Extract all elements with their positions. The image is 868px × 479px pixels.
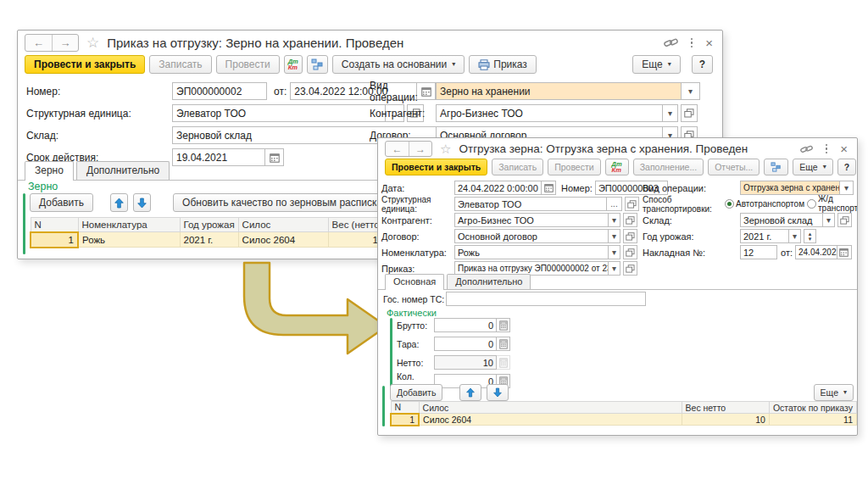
open-button[interactable] [623, 229, 637, 243]
dropdown-button[interactable]: ▾ [609, 229, 620, 243]
more-button[interactable]: Еще▾ [793, 159, 832, 175]
post-button[interactable]: Провести [216, 55, 280, 74]
calculator-button[interactable] [497, 318, 510, 332]
open-button[interactable] [681, 104, 698, 122]
cell-harvest-year[interactable]: 2021 г. [180, 232, 238, 248]
open-button[interactable] [623, 213, 637, 227]
cell-order-balance[interactable]: 11 [769, 414, 856, 426]
favorite-star-icon[interactable]: ☆ [86, 36, 99, 50]
tab-grain[interactable]: Зерно [25, 161, 74, 181]
add-row-button[interactable]: Добавить [390, 384, 442, 401]
cell-silo[interactable]: Силос 2604 [238, 232, 328, 248]
col-net-weight[interactable]: Вес нетто [682, 402, 769, 414]
move-down-button[interactable] [133, 193, 151, 212]
dropdown-button[interactable]: ▾ [682, 82, 700, 100]
fill-button[interactable]: Заполнение... [633, 159, 704, 175]
add-row-button[interactable]: Добавить [30, 193, 93, 212]
close-icon[interactable]: × [705, 36, 713, 49]
number-stepper[interactable]: ▴▾ [804, 229, 816, 243]
gross-input[interactable]: 0 [434, 318, 497, 332]
cell-item[interactable]: Рожь [78, 232, 180, 248]
move-up-button[interactable] [459, 384, 481, 401]
calendar-button[interactable] [837, 245, 852, 259]
save-button[interactable]: Записать [149, 55, 211, 74]
tab-additional[interactable]: Дополнительно [76, 161, 170, 180]
dropdown-button[interactable]: ▾ [840, 181, 854, 195]
operation-input[interactable]: Отгрузка зерна с хранения [740, 181, 840, 195]
cell-silo[interactable]: Силос 2604 [419, 414, 682, 426]
back-button[interactable]: ← [25, 35, 52, 51]
link-icon[interactable] [800, 144, 813, 154]
post-button[interactable]: Провести [548, 159, 600, 175]
tare-input[interactable]: 0 [434, 337, 497, 351]
table-row: 1 Силос 2604 10 11 [391, 414, 857, 426]
calculator-button[interactable] [497, 337, 510, 351]
item-input[interactable]: Рожь [454, 245, 609, 259]
col-silo[interactable]: Силос [238, 218, 328, 232]
net-input[interactable]: 10 [434, 355, 497, 370]
number-input[interactable]: ЭП000000002 [172, 82, 267, 100]
dropdown-button[interactable]: ▾ [609, 245, 620, 259]
cell-net-weight[interactable]: 10 [682, 414, 769, 426]
move-up-button[interactable] [110, 193, 128, 212]
contract-input[interactable]: Основной договор [454, 229, 609, 243]
dropdown-button[interactable]: ▾ [789, 229, 801, 243]
cell-n[interactable]: 1 [31, 232, 78, 248]
dropdown-button[interactable]: ▾ [663, 104, 678, 122]
cell-n[interactable]: 1 [391, 414, 419, 426]
help-button[interactable]: ? [837, 159, 856, 175]
save-button[interactable]: Записать [492, 159, 543, 175]
create-based-on-button[interactable]: Создать на основании▾ [332, 55, 465, 74]
close-icon[interactable]: × [840, 142, 848, 155]
col-n[interactable]: N [391, 402, 419, 414]
open-button[interactable] [837, 213, 852, 227]
calendar-button[interactable] [542, 181, 556, 195]
unit-input[interactable]: Элеватор ТОО [454, 197, 607, 211]
more-button[interactable]: Еще▾ [814, 384, 854, 401]
print-order-button[interactable]: Приказ [469, 55, 537, 74]
dt-kt-button[interactable]: ДтКт [284, 55, 303, 74]
harvest-year-input[interactable]: 2021 г. [740, 229, 789, 243]
operation-input[interactable]: Зерно на хранении [436, 82, 682, 100]
help-button[interactable]: ? [692, 55, 713, 74]
col-silo[interactable]: Силос [419, 402, 682, 414]
document-structure-button[interactable] [764, 159, 788, 175]
link-icon[interactable] [664, 37, 678, 48]
counterparty-input[interactable]: Агро-Бизнес ТОО [454, 213, 609, 227]
counterparty-input[interactable]: Агро-Бизнес ТОО [436, 104, 663, 122]
dropdown-button[interactable]: ▾ [823, 213, 835, 227]
chevron-down-icon: ▾ [826, 215, 831, 225]
radio-rail-transport[interactable] [807, 199, 816, 209]
refresh-quality-button[interactable]: Обновить качество по зерновым распискам [173, 193, 398, 212]
forward-button[interactable]: → [409, 142, 431, 156]
invoice-number-input[interactable]: 12 [740, 245, 777, 259]
col-n[interactable]: N [31, 218, 78, 232]
document-structure-button[interactable] [307, 55, 328, 74]
move-down-button[interactable] [487, 384, 509, 401]
open-button[interactable] [623, 245, 637, 259]
forward-button[interactable]: → [52, 35, 78, 51]
col-item[interactable]: Номенклатура [78, 218, 180, 232]
open-button[interactable] [625, 197, 639, 211]
more-button[interactable]: Еще▾ [632, 55, 680, 74]
radio-auto-transport[interactable] [725, 199, 734, 209]
back-button[interactable]: ← [386, 142, 409, 156]
favorite-star-icon[interactable]: ☆ [440, 142, 451, 155]
dt-kt-button[interactable]: ДтКт [605, 159, 629, 175]
tab-main[interactable]: Основная [385, 274, 444, 290]
tab-additional[interactable]: Дополнительно [447, 274, 531, 289]
col-harvest-year[interactable]: Год урожая [180, 218, 238, 232]
unit-input[interactable]: Элеватор ТОО [172, 104, 386, 122]
warehouse-input[interactable]: Зерновой склад [740, 213, 823, 227]
invoice-date-input[interactable]: 24.04.2022 [795, 245, 837, 259]
date-input[interactable]: 24.04.2022 0:00:00 [454, 181, 542, 195]
dropdown-button[interactable]: ▾ [609, 213, 620, 227]
choose-button[interactable]: ... [607, 197, 622, 211]
col-order-balance[interactable]: Остаток по приказу [769, 402, 856, 414]
kebab-menu-icon[interactable] [689, 36, 695, 50]
post-and-close-button[interactable]: Провести и закрыть [25, 55, 145, 74]
kebab-menu-icon[interactable] [824, 142, 830, 156]
post-and-close-button[interactable]: Провести и закрыть [385, 159, 487, 175]
reports-button[interactable]: Отчеты... [708, 159, 760, 175]
vehicle-plate-input[interactable] [446, 292, 646, 306]
